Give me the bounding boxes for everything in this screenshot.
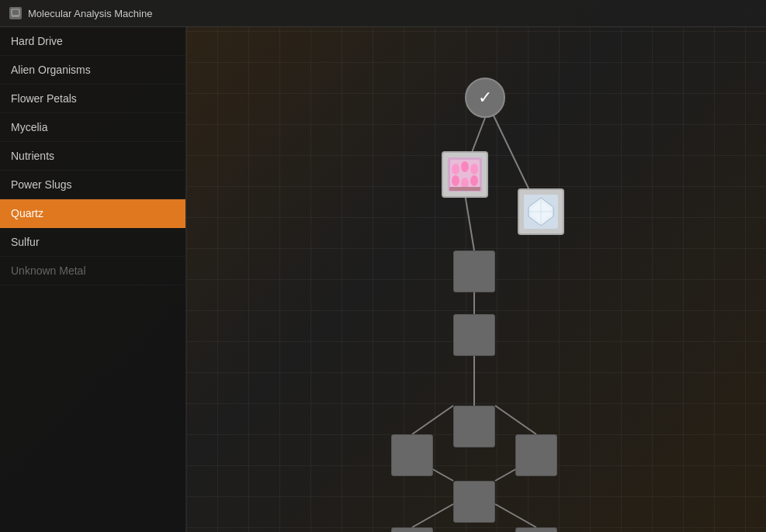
svg-point-20 [470,175,478,186]
root-node: ✓ [465,78,505,118]
sidebar-item-sulfur[interactable]: Sulfur [0,228,185,257]
svg-line-12 [495,504,536,527]
sidebar-item-power-slugs[interactable]: Power Slugs [0,171,185,199]
sidebar-item-quartz[interactable]: Quartz [0,199,185,228]
sidebar-item-nutrients[interactable]: Nutrients [0,142,185,171]
svg-point-17 [470,164,478,174]
flowchart: ✓ [321,35,632,531]
svg-point-19 [461,178,469,188]
main-content: ✓ [186,27,766,532]
quartz-box [518,188,564,235]
step1-box [453,250,495,292]
window-title: Molecular Analysis Machine [28,8,152,19]
step3-node [453,406,495,447]
step4-right-box [515,434,557,476]
flower-petals-node[interactable] [442,151,488,198]
root-circle: ✓ [465,78,505,118]
svg-line-7 [412,406,453,434]
step3-box [453,406,495,447]
svg-line-4 [465,194,474,250]
svg-line-11 [412,504,453,527]
step4-left-box [391,434,433,476]
step6-left-node [391,527,433,532]
flower-petals-box [442,151,488,198]
step5-box [453,481,495,523]
step5-node [453,481,495,523]
svg-point-16 [461,161,469,172]
step6-right-box [515,527,557,532]
sidebar-item-alien-organisms[interactable]: Alien Organisms [0,56,185,85]
svg-line-8 [495,406,536,434]
sidebar-item-unknown-metal[interactable]: Unknown Metal [0,257,185,285]
quartz-icon [524,195,558,229]
quartz-node[interactable] [518,188,564,235]
svg-point-18 [452,175,459,186]
step6-right-node [515,527,557,532]
step1-node [453,250,495,292]
step4-left-node [391,434,433,476]
checkmark-icon: ✓ [478,88,492,108]
svg-rect-21 [449,187,480,191]
app-icon [9,7,22,19]
svg-point-15 [452,164,459,174]
step4-right-node [515,434,557,476]
step6-left-box [391,527,433,532]
sidebar-item-mycelia[interactable]: Mycelia [0,113,185,142]
flower-petals-icon [448,157,482,192]
step2-box [453,314,495,356]
step2-node [453,314,495,356]
svg-rect-0 [12,9,19,16]
sidebar-item-flower-petals[interactable]: Flower Petals [0,85,185,113]
sidebar-item-hard-drive[interactable]: Hard Drive [0,27,185,56]
title-bar: Molecular Analysis Machine [0,0,766,27]
sidebar: Hard Drive Alien Organisms Flower Petals… [0,27,186,532]
